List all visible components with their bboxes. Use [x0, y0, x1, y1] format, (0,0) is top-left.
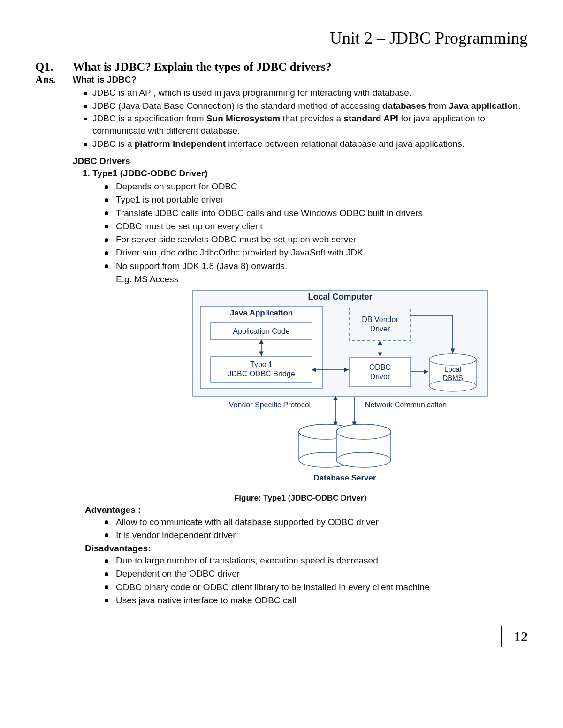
svg-point-22 — [336, 452, 391, 467]
diagram-label-local1: Local — [444, 365, 461, 373]
diagram-label-odbc2: Driver — [370, 373, 390, 381]
question-text: What is JDBC? Explain the types of JDBC … — [73, 60, 528, 74]
list-item: It is vendor independent driver — [105, 529, 528, 541]
question-row: Q1. What is JDBC? Explain the types of J… — [35, 60, 528, 74]
diagram-label-local2: DBMS — [442, 374, 463, 382]
divider-top — [35, 52, 528, 52]
type1-points-list: Depends on support for ODBC Type1 is not… — [73, 180, 528, 272]
list-item: ODBC must be set up on every client — [105, 220, 528, 233]
disadvantages-heading: Disadvantages: — [85, 543, 528, 554]
list-item: JDBC is an API, which is used in java pr… — [92, 87, 528, 99]
what-is-jdbc-list: JDBC is an API, which is used in java pr… — [73, 87, 528, 150]
list-item: Due to large number of translations, exe… — [105, 555, 528, 567]
driver-type-list: Type1 (JDBC-ODBC Driver) — [73, 168, 528, 179]
diagram-label-vsp: Vendor Specific Protocol — [229, 401, 311, 409]
diagram-type1: Local Computer Java Application Applicat… — [190, 287, 490, 491]
unit-title: Unit 2 – JDBC Programming — [35, 28, 528, 48]
svg-point-23 — [336, 424, 391, 439]
list-item: JDBC (Java Data Base Connection) is the … — [92, 100, 528, 112]
list-item: Dependent on the ODBC driver — [105, 568, 528, 580]
advantages-list: Allow to communicate with all database s… — [73, 516, 528, 541]
list-item: JDBC is a platform independent interface… — [92, 138, 528, 150]
svg-point-12 — [429, 354, 476, 365]
list-item: Translate JDBC calls into ODBC calls and… — [105, 207, 528, 219]
advantages-heading: Advantages : — [85, 505, 528, 515]
list-item: ODBC binary code or ODBC client library … — [105, 581, 528, 593]
diagram-label-bridge2: JDBC ODBC Bridge — [228, 370, 295, 378]
diagram-label-dbserver: Database Server — [313, 473, 376, 482]
page-footer: 12 — [35, 626, 528, 647]
disadvantages-list: Due to large number of translations, exe… — [73, 555, 528, 607]
list-item: Depends on support for ODBC — [105, 180, 528, 193]
divider-bottom — [35, 622, 528, 622]
diagram-label-app-code: Application Code — [233, 327, 290, 335]
diagram-label-odbc1: ODBC — [369, 363, 391, 371]
driver-type1-heading: Type1 (JDBC-ODBC Driver) — [92, 168, 528, 179]
list-item: Driver sun.jdbc.odbc.JdbcOdbc provided b… — [105, 247, 528, 259]
section-heading-what-is-jdbc: What is JDBC? — [73, 75, 528, 85]
list-item: Type1 is not portable driver — [105, 194, 528, 206]
figure-caption: Figure: Type1 (JDBC-ODBC Driver) — [73, 494, 528, 503]
diagram-db-server-icon — [299, 424, 391, 467]
list-item: Allow to communicate with all database s… — [105, 516, 528, 528]
diagram-label-local-computer: Local Computer — [308, 292, 372, 301]
svg-point-11 — [429, 380, 476, 391]
section-heading-jdbc-drivers: JDBC Drivers — [73, 156, 528, 166]
list-item: Uses java native interface to make ODBC … — [105, 594, 528, 607]
example-text: E.g. MS Access — [116, 274, 528, 285]
answer-label: Ans. — [35, 74, 73, 86]
diagram-label-java-app: Java Application — [230, 308, 293, 317]
svg-rect-6 — [350, 358, 411, 387]
diagram-label-net: Network Communication — [365, 401, 447, 409]
page-number: 12 — [501, 626, 528, 647]
diagram-label-dbvendor2: Driver — [370, 325, 390, 333]
list-item: JDBC is a specification from Sun Microsy… — [92, 113, 528, 136]
diagram-label-dbvendor1: DB Vendor — [362, 315, 398, 323]
question-label: Q1. — [35, 60, 73, 74]
answer-row: Ans. What is JDBC? JDBC is an API, which… — [35, 74, 528, 608]
list-item: No support from JDK 1.8 (Java 8) onwards… — [105, 260, 528, 272]
list-item: For server side servlets ODBC must be se… — [105, 233, 528, 246]
diagram-label-bridge1: Type 1 — [250, 360, 273, 368]
document-page: Unit 2 – JDBC Programming Q1. What is JD… — [0, 0, 563, 661]
